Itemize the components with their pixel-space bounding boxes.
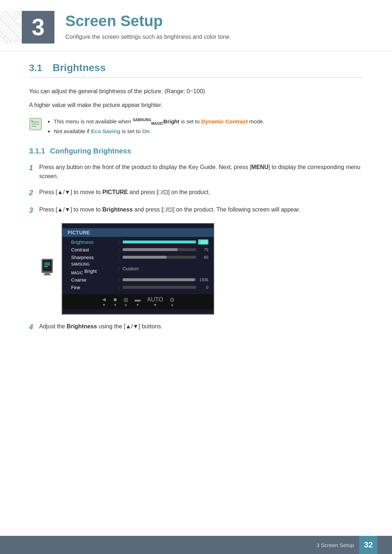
bottom-icon-1-glyph: ◄ bbox=[101, 296, 107, 303]
note-bullet-2: Not available if Eco Saving is set to On… bbox=[54, 127, 265, 136]
sharpness-bar-container: 60 bbox=[123, 255, 208, 259]
section-31-number: 3.1 bbox=[29, 62, 47, 74]
magic-bright-label: SAMSUNG MAGIC Bright bbox=[71, 262, 118, 275]
contrast-bar-bg bbox=[123, 248, 196, 251]
step-4: 4 Adjust the Brightness using the [▲/▼] … bbox=[29, 322, 363, 333]
header-title-block: Screen Setup Configure the screen settin… bbox=[65, 11, 231, 40]
step-1-number: 1 bbox=[29, 162, 39, 173]
coarse-bar-container: 1936 bbox=[123, 278, 208, 282]
contrast-label: Contrast bbox=[71, 247, 118, 253]
bottom-icon-4: ▬ ▼ bbox=[135, 296, 140, 307]
section-31-title: 3.1 Brightness bbox=[29, 62, 363, 78]
monitor-image: PICTURE Brightness : 100 Contrast : bbox=[40, 223, 363, 315]
brightness-bar-fill bbox=[123, 241, 196, 243]
page-footer: 3 Screen Setup 32 bbox=[0, 536, 392, 554]
bottom-icon-3: ⊞ ▼ bbox=[123, 296, 128, 307]
bottom-icon-settings-arrow: ▼ bbox=[171, 303, 174, 307]
svg-rect-6 bbox=[43, 260, 52, 271]
section-31-desc2: A higher value will make the picture app… bbox=[29, 100, 363, 110]
monitor-bottom-bar: ◄ ▼ ■ ▼ ⊞ ▼ ▬ ▼ bbox=[62, 294, 213, 309]
bottom-icon-4-label: ▼ bbox=[136, 303, 139, 307]
bottom-icon-1: ◄ ▼ bbox=[101, 296, 107, 307]
menu-row-brightness: Brightness : 100 bbox=[62, 238, 213, 246]
note-bullet-1: This menu is not available when SAMSUNGM… bbox=[54, 117, 265, 127]
brightness-label: Brightness bbox=[71, 239, 118, 245]
menu-row-contrast: Contrast : 75 bbox=[62, 246, 213, 254]
sharpness-label: Sharpness bbox=[71, 255, 118, 260]
bottom-icon-2-glyph: ■ bbox=[114, 296, 117, 303]
coarse-value: 1936 bbox=[198, 278, 208, 282]
steps-list: 1 Press any button on the front of the p… bbox=[29, 163, 363, 216]
coarse-label: Coarse bbox=[71, 277, 118, 283]
note-icon bbox=[29, 118, 42, 131]
fine-value: 0 bbox=[198, 285, 208, 290]
chapter-number: 3 bbox=[32, 14, 45, 41]
step-2-text: Press [▲/▼] to move to PICTURE and press… bbox=[39, 188, 363, 197]
step-3: 3 Press [▲/▼] to move to Brightness and … bbox=[29, 205, 363, 216]
section-31-body: You can adjust the general brightness of… bbox=[29, 87, 363, 333]
chapter-number-box: 3 bbox=[22, 11, 54, 44]
step-4-text: Adjust the Brightness using the [▲/▼] bu… bbox=[39, 322, 363, 331]
bottom-icon-2-label: ▼ bbox=[113, 303, 117, 307]
brightness-bar-bg bbox=[123, 241, 196, 243]
section-31-desc1: You can adjust the general brightness of… bbox=[29, 87, 363, 96]
step-3-number: 3 bbox=[29, 204, 39, 216]
step-1: 1 Press any button on the front of the p… bbox=[29, 163, 363, 181]
contrast-bar-fill bbox=[123, 248, 178, 251]
bottom-icon-4-glyph: ▬ bbox=[135, 296, 140, 303]
fine-bar-container: 0 bbox=[123, 285, 208, 290]
subsection-311-title: 3.1.1 Configuring Brightness bbox=[29, 147, 363, 155]
magic-bright-value: Custom bbox=[123, 266, 139, 271]
sharpness-bar-fill bbox=[123, 256, 167, 259]
footer-text: 3 Screen Setup bbox=[317, 542, 354, 548]
bottom-icon-3-label: ▼ bbox=[124, 303, 128, 307]
contrast-bar-container: 75 bbox=[123, 247, 208, 252]
step-2: 2 Press [▲/▼] to move to PICTURE and pre… bbox=[29, 188, 363, 198]
subsection-311-label: Configuring Brightness bbox=[50, 147, 131, 155]
sharpness-value: 60 bbox=[198, 255, 208, 259]
steps-list-4: 4 Adjust the Brightness using the [▲/▼] … bbox=[29, 322, 363, 333]
contrast-value: 75 bbox=[198, 247, 208, 252]
brightness-bar-container: 100 bbox=[123, 239, 208, 245]
note-bullets: This menu is not available when SAMSUNGM… bbox=[46, 117, 265, 136]
bottom-icon-settings: ⚙ ▼ bbox=[170, 296, 175, 307]
note-box: This menu is not available when SAMSUNGM… bbox=[29, 117, 363, 136]
sharpness-bar-bg bbox=[123, 256, 196, 259]
bottom-icon-3-glyph: ⊞ bbox=[123, 296, 128, 303]
section-31-label: Brightness bbox=[53, 62, 106, 74]
bottom-icon-auto: AUTO ▼ bbox=[147, 296, 163, 307]
bottom-icon-auto-label: AUTO bbox=[147, 296, 163, 303]
footer-page-number: 32 bbox=[359, 536, 377, 554]
page-header: 3 Screen Setup Configure the screen sett… bbox=[0, 0, 392, 51]
brightness-value: 100 bbox=[198, 239, 208, 245]
header-subtitle: Configure the screen settings such as br… bbox=[65, 34, 231, 40]
step-2-number: 2 bbox=[29, 187, 39, 198]
step-1-text: Press any button on the front of the pro… bbox=[39, 163, 363, 181]
menu-row-sharpness: Sharpness : 60 bbox=[62, 254, 213, 261]
monitor-icon-side bbox=[40, 257, 54, 280]
menu-title: PICTURE bbox=[62, 228, 213, 237]
bottom-icon-1-label: ▼ bbox=[102, 303, 106, 307]
monitor-screen: PICTURE Brightness : 100 Contrast : bbox=[62, 223, 214, 315]
menu-row-fine: Fine : 0 bbox=[62, 284, 213, 291]
fine-label: Fine bbox=[71, 285, 118, 290]
bottom-icon-auto-arrow: ▼ bbox=[153, 303, 157, 307]
settings-icon: ⚙ bbox=[170, 296, 175, 303]
coarse-bar-bg bbox=[123, 278, 196, 281]
svg-rect-8 bbox=[44, 274, 51, 275]
bottom-icon-2: ■ ▼ bbox=[113, 296, 117, 307]
coarse-bar-fill bbox=[123, 278, 195, 281]
subsection-311-number: 3.1.1 bbox=[29, 147, 45, 155]
fine-bar-bg bbox=[123, 286, 196, 289]
step-3-text: Press [▲/▼] to move to Brightness and pr… bbox=[39, 205, 363, 214]
page-title: Screen Setup bbox=[65, 13, 231, 29]
menu-row-coarse: Coarse : 1936 bbox=[62, 276, 213, 284]
menu-row-magic-bright: SAMSUNG MAGIC Bright : Custom bbox=[62, 261, 213, 276]
step-4-number: 4 bbox=[29, 321, 39, 333]
main-content: 3.1 Brightness You can adjust the genera… bbox=[0, 62, 392, 368]
